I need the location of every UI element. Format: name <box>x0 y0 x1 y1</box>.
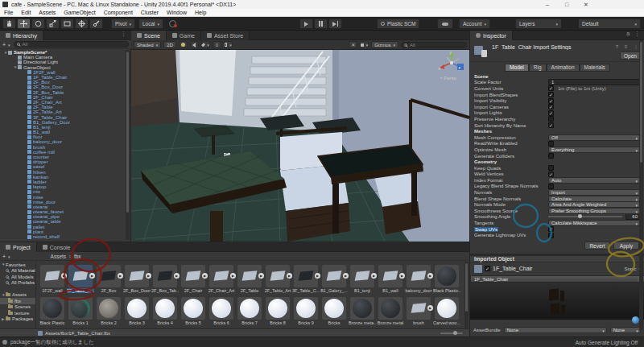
tab-game[interactable]: Game <box>167 31 201 40</box>
rect-tool-button[interactable] <box>60 19 74 29</box>
asset-thumbnail[interactable] <box>294 297 318 320</box>
asset-b1-wall[interactable]: ▶B1_wall <box>378 265 402 293</box>
camera-settings-icon[interactable] <box>360 41 369 48</box>
breadcrumb-root[interactable]: Assets <box>51 254 67 259</box>
lighting-toggle-icon[interactable] <box>179 41 188 48</box>
project-create-button[interactable]: + <box>2 254 10 259</box>
toggle-2d-button[interactable]: 2D <box>163 41 176 48</box>
asset-2f-box-door[interactable]: ▶2F_Box_Door <box>125 265 149 293</box>
asset-bricks-7[interactable]: Bricks 7 <box>237 297 262 325</box>
checkbox[interactable]: ✓ <box>548 92 554 97</box>
axis-z-label[interactable]: z <box>459 65 461 70</box>
axis-x-label[interactable]: x <box>439 66 441 71</box>
favorites-header[interactable]: ▼Favorites <box>0 262 35 268</box>
scene-viewport[interactable]: x y z < Persp <box>131 50 469 242</box>
tab-console[interactable]: Console <box>37 242 77 252</box>
checkbox[interactable] <box>548 141 554 147</box>
plastic-scm-button[interactable]: Plastic SCM <box>377 19 419 29</box>
pivot-button[interactable]: Pivot <box>111 19 135 29</box>
custom-tool-button[interactable] <box>89 19 103 29</box>
revert-button[interactable]: Revert <box>584 242 610 250</box>
checkbox[interactable]: ✓ <box>548 104 554 109</box>
tools-icon[interactable]: ✕ <box>349 41 357 48</box>
shading-dropdown[interactable]: Shaded <box>134 41 161 48</box>
menu-file[interactable]: File <box>0 9 17 17</box>
asset-thumbnail[interactable]: ▶ <box>378 265 402 287</box>
tab-asset-store[interactable]: Asset Store <box>201 31 250 40</box>
scene-search-input[interactable]: All <box>401 42 467 48</box>
expand-icon[interactable]: ▶ <box>89 273 95 279</box>
asset-thumbnail[interactable]: ▶ <box>181 265 205 287</box>
auto-generate-lighting-toggle[interactable]: Auto Generate Lighting Off <box>576 340 638 345</box>
checkbox[interactable]: ✓ <box>548 226 554 232</box>
mode-tab-model[interactable]: Model <box>505 64 529 72</box>
close-button[interactable]: ✕ <box>576 0 596 9</box>
slider[interactable] <box>548 216 622 217</box>
step-button[interactable] <box>328 19 342 29</box>
scale-tool-button[interactable] <box>46 19 60 29</box>
tab-scene[interactable]: Scene <box>131 31 167 40</box>
model-preview[interactable] <box>470 283 644 320</box>
transform-tool-button[interactable] <box>75 19 89 29</box>
asset-bricks-9[interactable]: Bricks 9 <box>294 297 318 325</box>
asset-thumbnail[interactable] <box>181 297 205 320</box>
layout-dropdown[interactable]: Default <box>578 19 641 29</box>
preview-titlebar[interactable]: 1F_Table_Chair ⋮ <box>470 275 644 283</box>
asset-thumbnail[interactable]: ▶ <box>266 265 290 287</box>
asset-bricks-5[interactable]: Bricks 5 <box>181 297 205 325</box>
imported-object-checkbox[interactable]: ✓ <box>485 266 490 271</box>
asset-2f-chair-art[interactable]: ▶2F_Chair_Art <box>209 265 233 293</box>
asset-2f-box-tab-[interactable]: ▶2F_Box_Tab... <box>153 265 177 293</box>
expand-icon[interactable]: ▶ <box>427 305 433 311</box>
scene-visibility-icon[interactable]: 0 <box>213 41 221 48</box>
effects-dropdown-icon[interactable] <box>201 41 210 48</box>
text-input[interactable]: 1 <box>548 79 640 85</box>
asset-bronze-metal[interactable]: Bronze metal <box>378 297 402 325</box>
favorite-all-prefabs[interactable]: All Prefabs <box>0 280 35 287</box>
expand-icon[interactable]: ▶ <box>371 273 377 279</box>
folder-fbx[interactable]: fbx <box>0 298 35 304</box>
asset-bricks-8[interactable]: Bricks 8 <box>266 297 290 325</box>
asset-black-plastic-[interactable]: Black Plastic... <box>435 265 459 293</box>
asset-thumbnail[interactable]: ▶ <box>294 265 318 287</box>
menu-cluster[interactable]: Cluster <box>137 9 163 17</box>
asset-2f-table-art[interactable]: ▶2F_Table_Art <box>266 265 290 293</box>
axis-y-label[interactable]: y <box>450 50 452 55</box>
pause-button[interactable] <box>314 19 328 29</box>
apply-button[interactable]: Apply <box>613 242 639 250</box>
dropdown[interactable]: Everything <box>548 147 640 153</box>
audio-toggle-icon[interactable] <box>190 41 199 48</box>
asset-bricks-4[interactable]: Bricks 4 <box>153 297 177 325</box>
open-button[interactable]: Open <box>620 52 641 60</box>
checkbox[interactable]: ✓ <box>548 85 554 91</box>
asset-thumbnail[interactable]: ▶ <box>97 265 121 287</box>
asset-thumbnail[interactable]: ▶ <box>153 265 177 287</box>
expand-icon[interactable]: ▶ <box>230 273 236 279</box>
asset-carved-woo-[interactable]: Carved woo... <box>435 297 459 325</box>
asset-b1-galery-[interactable]: ▶B1_Galery_... <box>322 265 346 293</box>
help-icon[interactable]: ? ≡ ⋮ <box>616 43 641 49</box>
asset-thumbnail[interactable]: ▶ <box>209 265 233 287</box>
layers-dropdown[interactable]: Layers <box>515 19 562 29</box>
asset-thumbnail[interactable] <box>40 297 64 320</box>
asset-3f-table-c-[interactable]: ▶3F_Table_C... <box>294 265 318 293</box>
asset-thumbnail[interactable]: ▶ <box>407 297 431 320</box>
breadcrumb-current[interactable]: fbx <box>74 254 81 259</box>
asset-b1-tenji[interactable]: ▶B1_tenji <box>350 265 374 293</box>
folder-scenes[interactable]: Scenes <box>0 304 35 311</box>
asset-thumbnail[interactable]: ▶ <box>350 265 374 287</box>
assets-header[interactable]: ▼Assets <box>0 292 35 299</box>
asset-thumbnail[interactable] <box>350 297 374 320</box>
expand-icon[interactable]: ▶ <box>258 273 264 279</box>
checkbox[interactable] <box>548 153 554 159</box>
tab-hierarchy[interactable]: Hierarchy <box>0 31 43 40</box>
asset-1f-table-c-[interactable]: ▶1F_Table_C... <box>68 265 93 293</box>
maximize-button[interactable]: □ <box>557 0 576 9</box>
asset-thumbnail[interactable] <box>97 297 121 320</box>
lock-icon[interactable]: a ⋮ <box>623 31 644 39</box>
expand-icon[interactable]: ▶ <box>427 273 433 279</box>
rotate-tool-button[interactable] <box>31 19 45 29</box>
checkbox[interactable] <box>548 233 554 238</box>
asset-thumbnail[interactable] <box>209 297 233 320</box>
checkbox[interactable]: ✓ <box>548 110 554 116</box>
